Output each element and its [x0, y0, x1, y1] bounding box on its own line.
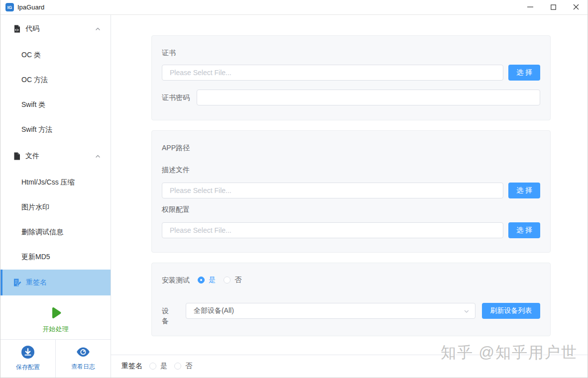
radio-label: 否	[235, 276, 241, 284]
sidebar-item-oc-method[interactable]: OC 方法	[0, 68, 111, 93]
radio-icon	[224, 277, 231, 284]
install-test-radio-no[interactable]: 否	[224, 276, 241, 284]
sidebar-item-oc-class[interactable]: OC 类	[0, 43, 111, 68]
device-select-value: 全部设备(All)	[194, 306, 234, 315]
sidebar-item-label: Swift 类	[21, 100, 45, 109]
sidebar-item-label: 删除调试信息	[21, 228, 63, 237]
install-test-label: 安装测试	[162, 275, 190, 285]
provision-profile-input[interactable]	[162, 183, 503, 198]
certificate-password-label: 证书密码	[162, 93, 190, 102]
radio-icon	[149, 363, 156, 370]
view-log-icon	[76, 346, 91, 360]
device-select[interactable]: 全部设备(All)	[186, 303, 475, 319]
play-icon	[50, 306, 62, 321]
chevron-down-icon	[463, 308, 470, 315]
titlebar: IG IpaGuard	[0, 0, 588, 15]
device-label: 设备	[162, 306, 176, 316]
certificate-card: 证书 选 择 证书密码	[151, 35, 551, 120]
start-process-button[interactable]: 开始处理	[0, 306, 111, 334]
provision-profile-label: 描述文件	[162, 165, 540, 175]
sidebar-footer: 保存配置 查看日志	[0, 339, 111, 378]
app-title: IpaGuard	[17, 3, 44, 11]
resign-radio-no[interactable]: 否	[174, 362, 192, 371]
entitlement-input[interactable]	[162, 222, 503, 238]
sidebar-item-resign[interactable]: 重签名	[0, 270, 111, 295]
sidebar-group-label: 文件	[25, 152, 95, 161]
chevron-up-icon	[95, 153, 101, 160]
save-config-label: 保存配置	[16, 363, 40, 372]
main-content: 证书 选 择 证书密码 APP路径 描述文件	[111, 15, 588, 378]
radio-label: 是	[209, 276, 216, 284]
certificate-label: 证书	[162, 48, 540, 58]
radio-label: 否	[185, 362, 192, 371]
sidebar-item-label: Html/Js/Css 压缩	[21, 178, 75, 187]
minimize-button[interactable]	[519, 0, 542, 14]
app-path-card: APP路径 描述文件 选 择 权限配置 选 择	[151, 130, 551, 253]
minimize-icon	[527, 3, 533, 11]
sidebar-item-label: 更新MD5	[21, 253, 50, 262]
app-logo: IG	[5, 3, 14, 11]
maximize-icon	[551, 3, 556, 11]
sidebar-item-html-compress[interactable]: Html/Js/Css 压缩	[0, 170, 111, 195]
close-button[interactable]	[565, 0, 588, 14]
maximize-button[interactable]	[542, 0, 565, 14]
view-log-button[interactable]: 查看日志	[56, 340, 111, 378]
certificate-select-button[interactable]: 选 择	[508, 65, 540, 81]
app-path-label: APP路径	[162, 143, 540, 153]
install-test-card: 安装测试 是 否 设备 全部设备(All)	[151, 263, 551, 336]
save-config-icon	[21, 346, 34, 360]
sidebar-item-remove-debug[interactable]: 删除调试信息	[0, 220, 111, 245]
entitlement-label: 权限配置	[162, 204, 540, 214]
sidebar-item-swift-method[interactable]: Swift 方法	[0, 117, 111, 142]
signature-icon	[13, 278, 22, 287]
radio-icon	[174, 363, 181, 370]
document-icon	[13, 152, 21, 160]
view-log-label: 查看日志	[71, 363, 95, 371]
sidebar-item-label: 图片水印	[21, 203, 49, 212]
sidebar-item-image-watermark[interactable]: 图片水印	[0, 195, 111, 220]
sidebar-item-label: OC 类	[21, 51, 41, 60]
certificate-password-input[interactable]	[197, 90, 540, 105]
window-controls	[519, 0, 588, 14]
sidebar-group-label: 代码	[25, 24, 95, 33]
provision-profile-select-button[interactable]: 选 择	[508, 183, 540, 198]
sidebar-item-label: 重签名	[26, 278, 47, 287]
resign-section: 重签名 是 否	[111, 355, 588, 371]
radio-icon	[198, 277, 205, 284]
save-config-button[interactable]: 保存配置	[0, 340, 56, 378]
refresh-device-list-button[interactable]: 刷新设备列表	[482, 303, 540, 319]
resign-label: 重签名	[121, 362, 142, 371]
sidebar-group-file[interactable]: 文件	[0, 142, 111, 170]
certificate-file-input[interactable]	[162, 65, 503, 81]
app-window: IG IpaGuard 代码	[0, 0, 588, 378]
radio-label: 是	[160, 362, 167, 371]
sidebar-item-label: OC 方法	[21, 76, 48, 85]
chevron-up-icon	[95, 26, 101, 32]
entitlement-select-button[interactable]: 选 择	[508, 222, 540, 238]
sidebar-item-swift-class[interactable]: Swift 类	[0, 93, 111, 117]
install-test-radio-yes[interactable]: 是	[198, 276, 216, 284]
sidebar-item-label: Swift 方法	[21, 125, 52, 134]
close-icon	[573, 3, 579, 11]
sidebar: 代码 OC 类 OC 方法 Swift 类 Swift 方法 文件 Html/J…	[0, 15, 111, 378]
resign-radio-yes[interactable]: 是	[149, 362, 167, 371]
sidebar-item-update-md5[interactable]: 更新MD5	[0, 245, 111, 270]
start-process-label: 开始处理	[43, 325, 69, 334]
code-file-icon	[13, 25, 21, 33]
sidebar-group-code[interactable]: 代码	[0, 15, 111, 43]
